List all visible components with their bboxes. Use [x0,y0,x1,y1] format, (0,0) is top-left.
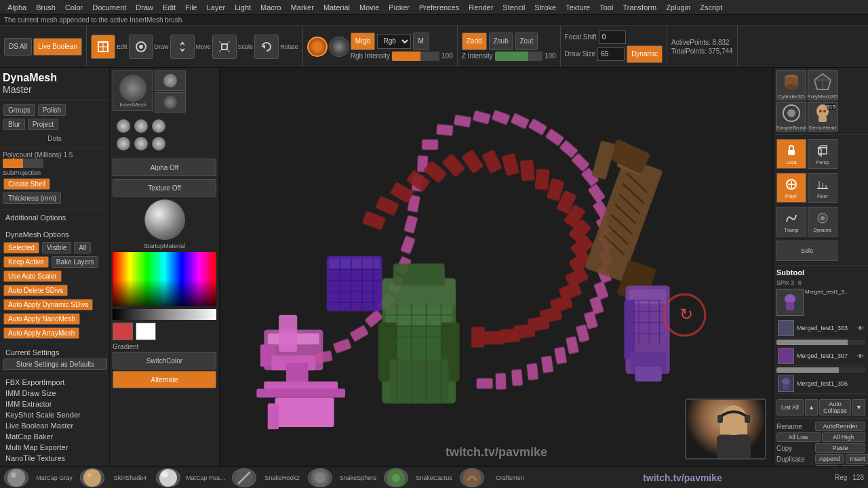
all-low-button[interactable]: All Low [776,432,821,442]
selected-button[interactable]: Selected [3,242,39,253]
bottom-brush-3[interactable] [232,468,256,487]
subtool-large-thumb[interactable] [776,289,804,316]
menu-layer[interactable]: Layer [202,2,231,13]
auto-apply-dynamic-sdivs-button[interactable]: Auto Apply Dynamic SDivs [3,299,93,310]
color-picker[interactable] [113,252,216,306]
menu-macro[interactable]: Macro [256,2,286,13]
thickness-button[interactable]: Thickness (mm) [3,192,61,204]
brush-thumb-2[interactable] [155,70,186,91]
subtool-item-2[interactable]: Merged_test1_306 [776,374,865,394]
auto-reorder-button[interactable]: AutoReorder [815,422,865,431]
menu-movie[interactable]: Movie [355,2,384,13]
right-icon-floor[interactable]: Floor [808,173,837,203]
all-button[interactable]: All [74,242,91,253]
draw-size-input[interactable] [597,47,625,61]
auto-collapse-up-button[interactable]: ▲ [805,399,818,415]
alternate-button[interactable]: Alternate [113,371,216,388]
subtool-vis-0[interactable]: 👁 [857,325,864,332]
menu-alpha[interactable]: Alpha [3,2,31,13]
auto-collapse-down-button[interactable]: ▼ [852,399,865,415]
menu-render[interactable]: Render [464,2,498,13]
all-high-button[interactable]: All High [822,432,866,442]
menu-preferences[interactable]: Preferences [414,2,464,13]
canvas-area[interactable]: ↻ twitch.tv/pavmike [220,68,773,466]
nanotile-textures[interactable]: NanoTile Textures [3,453,106,464]
subtool-item-1[interactable]: Merged_test1_307 👁 [776,346,865,366]
draw-button[interactable] [129,35,153,59]
color-swatch-secondary[interactable] [136,323,156,340]
ds-all-button[interactable]: DS All [4,38,32,56]
subtool-slider-1[interactable] [776,367,865,373]
focal-shift-input[interactable] [599,30,626,44]
live-boolean-button[interactable]: Live Boolean [33,38,82,56]
menu-stroke[interactable]: Stroke [530,2,561,13]
brush-thumb-3[interactable] [155,92,186,113]
rt-thumb-simplebrush[interactable]: SimpleBrush [776,102,806,131]
menu-zplugin[interactable]: Zplugin [661,2,695,13]
move-button[interactable] [170,35,195,59]
bake-layers-button[interactable]: Bake Layers [52,256,99,268]
right-icon-lock[interactable]: Loca [776,139,806,169]
paste-button[interactable]: Paste [815,443,865,453]
scale-button[interactable] [212,35,237,59]
alpha-off-button[interactable]: Alpha Off [113,159,216,176]
rt-thumb-polymesh3d[interactable]: PolyMesh3D [808,70,837,100]
menu-brush[interactable]: Brush [31,2,60,13]
dynamic-button[interactable]: Dynamic [627,45,663,63]
menu-draw[interactable]: Draw [131,2,158,13]
right-icon-insert[interactable]: PolyF [776,173,806,203]
color-sphere[interactable] [329,37,349,57]
additional-options[interactable]: Additional Options [3,212,106,223]
menu-tool[interactable]: Tool [595,2,618,13]
auto-apply-nanomesh-button[interactable]: Auto Apply NanoMesh [3,313,80,325]
edit-button[interactable] [91,35,115,59]
rt-thumb-cylinder3d[interactable]: Cylinder3D [776,70,806,100]
m-button[interactable]: M [413,33,428,50]
right-icon-persp[interactable]: Persp [808,139,837,169]
menu-transform[interactable]: Transform [618,2,661,13]
list-all-button[interactable]: List All [776,399,804,415]
menu-color[interactable]: Color [60,2,87,13]
imm-extractor[interactable]: IMM Extractor [3,399,106,409]
keep-active-button[interactable]: Keep Active [3,256,49,268]
material-sphere[interactable] [307,37,328,57]
menu-texture[interactable]: Texture [561,2,595,13]
groups-button[interactable]: Groups [3,104,35,116]
subtool-item-0[interactable]: Merged_test1_303 👁 [776,319,865,338]
bottom-brush-4[interactable] [308,468,332,487]
menu-stencil[interactable]: Stencil [498,2,530,13]
live-boolean-master[interactable]: Live Boolean Master [3,420,106,431]
bottom-brush-1[interactable] [80,468,104,487]
project-button[interactable]: Project [28,119,58,130]
texture-off-button[interactable]: Texture Off [113,179,216,197]
rt-thumb-demohead[interactable]: DemoHead 315 [808,102,837,131]
color-swatch-main[interactable] [113,323,133,340]
rgb-select[interactable]: Rgb M Mrgb [377,34,411,49]
multi-map-exporter[interactable]: Multi Map Exporter [3,442,106,453]
use-auto-scaler-button[interactable]: Use Auto Scaler [3,270,62,282]
switch-color-button[interactable]: SwitchColor [113,352,216,369]
right-icon-dynamic[interactable]: Dynamic [808,207,837,237]
rgb-intensity-slider[interactable] [392,52,439,61]
auto-delete-sdivs-button[interactable]: Auto Delete SDivs [3,285,68,296]
append-button[interactable]: Append [815,454,844,464]
right-icon-solo[interactable]: Solo [776,241,837,261]
insert-button[interactable]: Insert [846,454,868,464]
matcap-baker[interactable]: MatCap Baker [3,431,106,442]
rotate-button[interactable] [254,35,279,59]
blur-button[interactable]: Blur [3,119,25,130]
menu-material[interactable]: Material [319,2,355,13]
polish-button[interactable]: Polish [38,104,66,116]
menu-zscript[interactable]: Zscript [695,2,727,13]
bottom-brush-2[interactable] [156,468,180,487]
auto-apply-arraymesh-button[interactable]: Auto Apply ArrayMesh [3,327,79,339]
polycount-slider[interactable] [3,159,43,168]
bottom-brush-5[interactable] [384,468,408,487]
imm-draw-size[interactable]: IMM Draw Size [3,388,106,399]
zadd-button[interactable]: Zadd [462,33,487,50]
zcut-button[interactable]: Zcut [515,33,538,50]
keyshot-scale-sender[interactable]: KeyShot Scale Sender [3,409,106,420]
menu-file[interactable]: File [180,2,202,13]
menu-picker[interactable]: Picker [384,2,414,13]
brightness-slider[interactable] [113,309,216,320]
